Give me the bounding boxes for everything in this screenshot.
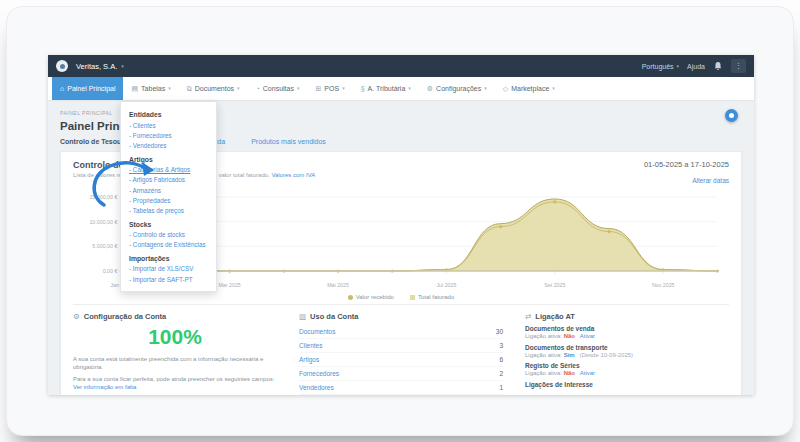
browser-frame: Veritas, S.A. ▾ Português ▾ Ajuda ⋮ ⌂ [6, 6, 794, 436]
menu-item-configuracoes[interactable]: ⚙ Configurações ▾ [419, 77, 495, 100]
usage-row-artigos: Artigos 6 [299, 353, 503, 367]
legend-label: Total faturado [418, 294, 454, 300]
at-row-ligacoes-interesse: Ligações de Interesse [525, 381, 729, 388]
at-status-label: Ligação ativa: [525, 352, 562, 358]
dropdown-section-title: Importações [129, 255, 208, 262]
menu-item-tabelas[interactable]: ▤ Tabelas ▾ [123, 77, 178, 100]
dropdown-item-contagens-de-existencias[interactable]: Contagens de Existências [129, 240, 208, 250]
menu-label: Documentos [195, 85, 234, 92]
at-status-value: Sim [564, 352, 575, 358]
usage-link[interactable]: Clientes [299, 342, 322, 349]
setup-line-2-text: Para a sua conta ficar perfeita, pode ai… [73, 376, 274, 382]
menu-label: Painel Principal [67, 85, 115, 92]
apps-menu-button[interactable]: ⋮ [731, 59, 746, 73]
dropdown-item-clientes[interactable]: Clientes [129, 120, 208, 130]
svg-text:15.000,00 €: 15.000,00 € [89, 194, 117, 200]
at-label: Documentos de transporte [525, 344, 729, 351]
dropdown-section-title: Artigos [129, 156, 208, 163]
at-label: Documentos de venda [525, 325, 729, 332]
menu-item-documentos[interactable]: ⧉ Documentos ▾ [179, 77, 248, 100]
menu-item-consultas[interactable]: ◔ Consultas ▾ [248, 77, 308, 100]
usage-icon: ▥ [299, 312, 306, 321]
app-window: Veritas, S.A. ▾ Português ▾ Ajuda ⋮ ⌂ [48, 55, 754, 395]
menu-item-pos[interactable]: ⊞ POS ▾ [307, 77, 352, 100]
dropdown-item-importar-xls-csv[interactable]: Importar de XLS/CSV [129, 264, 208, 274]
gear-icon: ⚙ [427, 85, 433, 93]
svg-text:Nov 2025: Nov 2025 [652, 282, 675, 288]
chart-legend: Valor recebido Total faturado [73, 294, 729, 300]
legend-item-total-faturado: Total faturado [410, 294, 454, 300]
table-icon: ▤ [131, 85, 138, 93]
dropdown-item-vendedores[interactable]: Vendedores [129, 140, 208, 150]
usage-row-clientes: Clientes 3 [299, 339, 503, 353]
company-switcher[interactable]: Veritas, S.A. ▾ [76, 62, 124, 71]
at-status-note: (Desde 10-09-2025) [579, 352, 633, 358]
dropdown-item-controlo-de-stocks[interactable]: Controlo de stocks [129, 230, 208, 240]
tabelas-dropdown: Entidades Clientes Fornecedores Vendedor… [120, 101, 217, 292]
dropdown-section-title: Stocks [129, 221, 208, 228]
help-link[interactable]: Ajuda [687, 63, 705, 70]
menu-item-a-tributaria[interactable]: § A. Tributária ▾ [353, 77, 419, 100]
dropdown-item-armazens[interactable]: Armazéns [129, 185, 208, 195]
dropdown-item-tabelas-de-precos[interactable]: Tabelas de preços [129, 205, 208, 215]
usage-link[interactable]: Artigos [299, 356, 319, 363]
at-row-documentos-venda: Documentos de venda Ligação ativa: Não A… [525, 325, 729, 339]
change-dates-link[interactable]: Alterar datas [692, 177, 729, 184]
at-activate-link[interactable]: Ativar [580, 333, 595, 339]
divider [73, 304, 729, 305]
account-setup-header: ⚙ Configuração da Conta [73, 312, 277, 321]
usage-link[interactable]: Vendedores [299, 384, 334, 391]
company-logo-icon [56, 60, 68, 72]
chevron-down-icon: ▾ [552, 86, 555, 91]
menu-label: POS [324, 85, 339, 92]
language-label: Português [642, 63, 674, 70]
setup-line-1: A sua conta está totalmente preenchida c… [73, 355, 277, 372]
menu-item-marketplace[interactable]: ◇ Marketplace ▾ [495, 77, 563, 100]
dropdown-item-artigos-fabricados[interactable]: Artigos Fabricados [129, 175, 208, 185]
legend-item-valor-recebido: Valor recebido [348, 294, 394, 300]
tour-beacon-button[interactable] [725, 109, 738, 122]
svg-text:5.000,00 €: 5.000,00 € [92, 243, 117, 249]
column-title: Uso da Conta [310, 312, 358, 321]
link-icon: ⇄ [525, 312, 531, 321]
gear-icon: ⚙ [73, 312, 80, 321]
menu-label: Configurações [436, 85, 481, 92]
valores-com-iva-link[interactable]: Valores com IVA [271, 172, 315, 178]
usage-link[interactable]: Fornecedores [299, 370, 339, 377]
chevron-down-icon: ▾ [121, 64, 124, 69]
svg-text:10.000,00 €: 10.000,00 € [89, 219, 117, 225]
at-row-documentos-transporte: Documentos de transporte Ligação ativa: … [525, 344, 729, 358]
report-icon: ◔ [256, 85, 260, 92]
dropdown-item-categorias-artigos[interactable]: Categorias & Artigos [129, 165, 208, 175]
at-status-line: Ligação ativa: Não Ativar [525, 370, 729, 376]
chevron-down-icon: ▾ [677, 64, 680, 69]
menu-item-painel-principal[interactable]: ⌂ Painel Principal [52, 77, 123, 100]
tab-produtos-mais-vendidos[interactable]: Produtos mais vendidos [251, 138, 326, 145]
at-status-label: Ligação ativa: [525, 370, 562, 376]
pos-icon: ⊞ [315, 85, 321, 93]
at-status-value: Não [564, 370, 575, 376]
language-selector[interactable]: Português ▾ [642, 63, 679, 70]
usage-row-documentos: Documentos 30 [299, 325, 503, 339]
account-usage-column: ▥ Uso da Conta Documentos 30 Clientes 3 [299, 312, 503, 395]
notifications-bell-icon[interactable] [713, 61, 723, 71]
menu-label: A. Tributária [368, 85, 406, 92]
dropdown-item-propriedades[interactable]: Propriedades [129, 195, 208, 205]
dropdown-item-importar-saft-pt[interactable]: Importar de SAFT-PT [129, 274, 208, 284]
svg-text:Mai 2025: Mai 2025 [327, 282, 349, 288]
svg-text:0,00 €: 0,00 € [103, 268, 118, 274]
home-icon: ⌂ [60, 85, 64, 92]
dropdown-item-fornecedores[interactable]: Fornecedores [129, 130, 208, 140]
usage-link[interactable]: Documentos [299, 328, 336, 335]
document-icon: ⧉ [187, 85, 192, 93]
missing-info-link[interactable]: Ver informação em falta [73, 384, 136, 390]
chevron-down-icon: ▾ [168, 86, 171, 91]
chevron-down-icon: ▾ [342, 86, 345, 91]
at-status-value: Não [564, 333, 575, 339]
main-menu: ⌂ Painel Principal ▤ Tabelas ▾ ⧉ Documen… [48, 77, 754, 101]
at-activate-link[interactable]: Ativar [580, 370, 595, 376]
legend-label: Valor recebido [356, 294, 394, 300]
summary-columns: ⚙ Configuração da Conta 100% A sua conta… [73, 312, 729, 395]
marketplace-icon: ◇ [503, 85, 508, 93]
column-title: Configuração da Conta [84, 312, 167, 321]
